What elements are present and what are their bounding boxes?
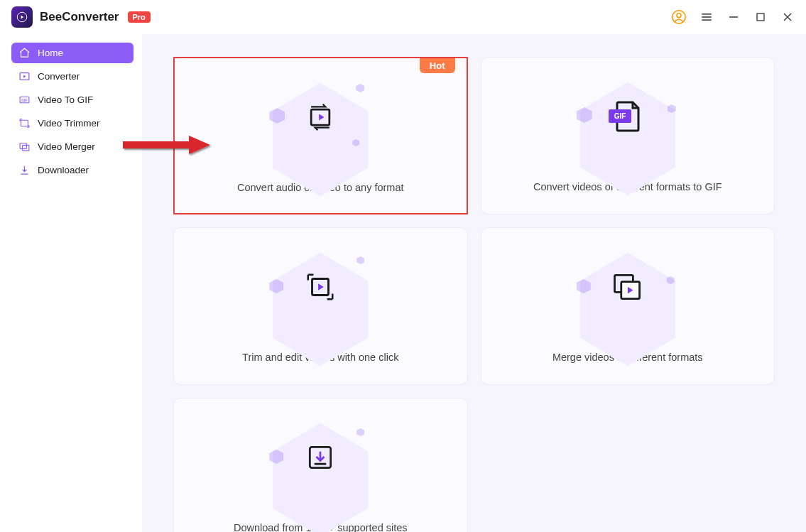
converter-card-icon [263,78,377,156]
card-video-merger[interactable]: Video Merger Merge videos of different f… [481,227,775,385]
svg-rect-15 [23,145,29,151]
merger-icon [18,141,31,153]
content-area: Hot Converter Convert audio or video to … [142,34,806,532]
trimmer-icon [18,117,31,129]
svg-rect-14 [20,143,26,149]
sidebar-item-label: Converter [38,71,80,82]
sidebar: Home Converter GIF Video To GIF Video Tr… [0,34,142,532]
downloader-card-icon [263,418,377,496]
sidebar-item-label: Video To GIF [38,94,93,105]
sidebar-item-video-trimmer[interactable]: Video Trimmer [11,113,134,134]
sidebar-item-label: Home [38,48,63,58]
merger-card-icon [571,248,685,326]
svg-marker-19 [273,252,368,366]
home-icon [18,47,31,59]
minimize-button[interactable] [726,10,741,24]
svg-rect-7 [757,13,764,21]
sidebar-item-label: Video Merger [38,141,95,152]
app-logo [11,6,33,28]
sidebar-item-home[interactable]: Home [11,43,134,63]
titlebar: BeeConverter Pro [0,0,806,34]
svg-marker-16 [273,82,368,196]
sidebar-item-video-to-gif[interactable]: GIF Video To GIF [11,89,134,110]
sidebar-item-downloader[interactable]: Downloader [11,160,134,180]
svg-marker-24 [273,423,368,532]
user-icon[interactable] [671,9,687,25]
svg-point-2 [677,13,681,18]
hot-badge: Hot [420,58,455,73]
svg-rect-13 [21,120,28,126]
gif-icon: GIF [18,94,31,106]
trimmer-card-icon [263,248,377,326]
app-title: BeeConverter [40,10,119,24]
card-video-trimmer[interactable]: Video Trimmer Trim and edit videos with … [173,227,468,385]
card-video-to-gif[interactable]: GIF Video to GIF Convert videos of diffe… [481,57,775,215]
pro-badge: Pro [128,11,151,23]
sidebar-item-label: Video Trimmer [38,118,100,129]
svg-text:GIF: GIF [21,99,27,102]
card-downloader[interactable]: Downloader Download from 1000+ supported… [173,398,468,532]
sidebar-item-converter[interactable]: Converter [11,66,134,87]
sidebar-item-label: Downloader [38,165,89,175]
close-button[interactable] [780,10,795,24]
hamburger-icon[interactable] [699,10,714,24]
download-icon [18,164,31,176]
gif-card-icon: GIF [571,77,685,156]
sidebar-item-video-merger[interactable]: Video Merger [11,136,134,157]
card-converter[interactable]: Hot Converter Convert audio or video to … [173,57,468,215]
converter-icon [18,70,31,82]
maximize-button[interactable] [753,10,768,24]
